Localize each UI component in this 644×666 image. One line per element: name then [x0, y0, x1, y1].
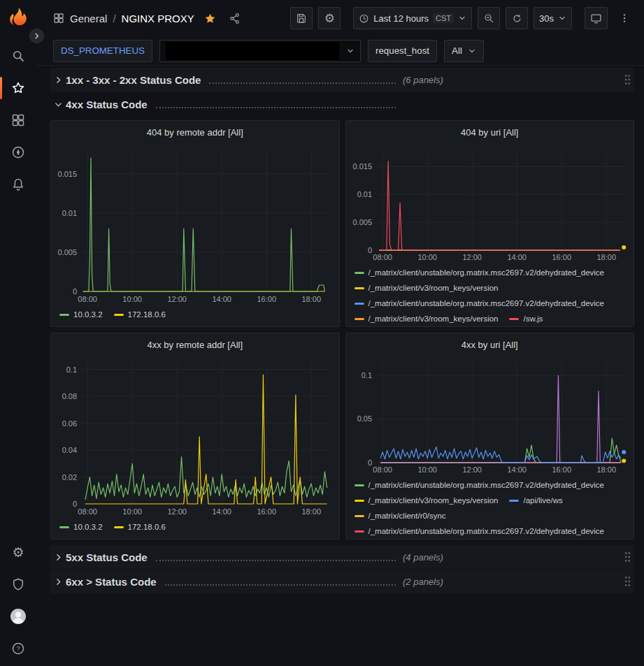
apps-icon [11, 113, 25, 127]
sidebar-expand-toggle[interactable] [29, 29, 44, 43]
panel-title[interactable]: 4xx by remote addr [All] [51, 333, 339, 356]
refresh-interval-label: 30s [539, 13, 554, 24]
row-toggle[interactable]: 4xx Status Code [66, 99, 403, 110]
datasource-variable[interactable]: DS_PROMETHEUS [53, 40, 152, 62]
zoom-out-button[interactable] [478, 7, 500, 29]
dotted-leader [209, 79, 396, 84]
row-title: 6xx > Status Code [66, 576, 157, 588]
legend-item[interactable]: /_matrix/client/v3/room_keys/version [355, 280, 499, 296]
timeseries-chart[interactable]: 08:0010:0012:0014:0016:0018:0000.050.1 [346, 356, 634, 476]
panel-title[interactable]: 404 by uri [All] [346, 121, 634, 143]
panel-404-by-remote-addr: 404 by remote addr [All] 08:0010:0012:00… [50, 120, 340, 327]
panel-title[interactable]: 4xx by uri [All] [346, 333, 634, 356]
sidebar-item-profile[interactable] [0, 600, 36, 632]
svg-text:0.02: 0.02 [62, 473, 77, 482]
row-title: 5xx Status Code [66, 551, 148, 563]
svg-text:14:00: 14:00 [507, 253, 527, 261]
refresh-button[interactable] [506, 7, 528, 29]
legend-item[interactable]: /_matrix/client/unstable/org.matrix.msc2… [355, 523, 605, 539]
legend-item[interactable]: /_matrix/client/unstable/org.matrix.msc2… [355, 296, 605, 311]
svg-text:0: 0 [367, 458, 371, 467]
request-host-label[interactable]: request_host [368, 40, 437, 62]
sidebar-item-search[interactable] [0, 40, 36, 72]
legend-series-swatch [355, 272, 364, 274]
legend-series-swatch [114, 526, 124, 528]
gear-icon: ⚙ [12, 546, 24, 559]
legend-item[interactable]: /_matrix/client/v3/room_keys/version [355, 493, 499, 508]
svg-text:08:00: 08:00 [78, 295, 97, 303]
dashboard-title[interactable]: NGINX PROXY [122, 13, 194, 24]
legend-item[interactable]: /_matrix/client/unstable/org.matrix.msc2… [355, 265, 605, 280]
refresh-interval-picker[interactable]: 30s [534, 7, 572, 29]
request-host-value-dropdown[interactable]: All [444, 40, 484, 62]
legend-series-label: 10.0.3.2 [73, 307, 103, 322]
timeseries-chart[interactable]: 08:0010:0012:0014:0016:0018:0000.020.040… [51, 356, 339, 518]
favorite-star-button[interactable] [204, 13, 216, 24]
chevron-right-icon[interactable] [50, 75, 66, 85]
sidebar-item-starred[interactable] [0, 72, 36, 104]
svg-text:18:00: 18:00 [301, 295, 321, 303]
sidebar-item-configuration[interactable]: ⚙ [0, 536, 36, 568]
share-dashboard-button[interactable] [229, 13, 241, 24]
legend-item[interactable]: /sw.js [509, 311, 543, 326]
bell-icon [11, 178, 25, 191]
grafana-app: ⚙ ? [0, 0, 644, 666]
row-panel-count: (2 panels) [403, 577, 443, 587]
row-drag-handle[interactable] [624, 576, 631, 588]
chevron-right-icon[interactable] [50, 553, 66, 562]
save-dashboard-button[interactable] [290, 7, 313, 29]
breadcrumb: General / NGINX PROXY [53, 13, 241, 24]
svg-text:10:00: 10:00 [417, 253, 437, 261]
legend-series-swatch [355, 287, 364, 289]
legend-item[interactable]: /_matrix/client/unstable/org.matrix.msc2… [355, 477, 605, 493]
legend-item[interactable]: 172.18.0.6 [114, 519, 166, 535]
variable-value-dropdown[interactable] [159, 40, 361, 62]
legend-item[interactable]: 10.0.3.2 [59, 307, 103, 322]
row-drag-handle[interactable] [624, 74, 631, 86]
svg-text:14:00: 14:00 [212, 295, 231, 303]
legend-series-swatch [355, 530, 364, 533]
svg-text:0.015: 0.015 [58, 170, 78, 178]
sidebar-item-alerting[interactable] [0, 168, 36, 201]
monitor-icon [590, 13, 602, 24]
tv-mode-button[interactable] [585, 7, 608, 29]
sidebar-bottom: ⚙ ? [0, 536, 36, 666]
sidebar-item-server-admin[interactable] [0, 568, 36, 600]
panel-legend: 10.0.3.2172.18.0.6 [51, 305, 339, 322]
main-area: General / NGINX PROXY [36, 0, 644, 666]
time-range-picker[interactable]: Last 12 hours CST [353, 7, 472, 29]
kebab-icon [619, 13, 630, 24]
timeseries-chart[interactable]: 08:0010:0012:0014:0016:0018:0000.0050.01… [346, 143, 634, 263]
dotted-leader [165, 581, 396, 586]
search-icon [11, 49, 25, 63]
grafana-logo[interactable] [6, 6, 30, 30]
sidebar-item-help[interactable]: ? [0, 632, 36, 665]
sidebar-item-explore[interactable] [0, 136, 36, 168]
panel-legend: /_matrix/client/unstable/org.matrix.msc2… [346, 263, 634, 326]
row-toggle[interactable]: 1xx - 3xx - 2xx Status Code [66, 74, 403, 86]
svg-text:12:00: 12:00 [462, 465, 482, 474]
more-options-button[interactable] [613, 7, 636, 29]
row-drag-handle[interactable] [624, 551, 631, 563]
legend-item[interactable]: /api/live/ws [509, 493, 562, 508]
timeseries-chart[interactable]: 08:0010:0012:0014:0016:0018:0000.0050.01… [51, 143, 339, 305]
svg-text:0.1: 0.1 [361, 371, 371, 379]
breadcrumb-folder[interactable]: General [70, 13, 107, 24]
legend-item[interactable]: /_matrix/client/r0/sync [355, 508, 446, 523]
chevron-down-icon[interactable] [50, 100, 66, 109]
legend-series-swatch [355, 515, 364, 517]
svg-text:10:00: 10:00 [122, 295, 142, 303]
chevron-down-icon [458, 14, 466, 22]
row-toggle[interactable]: 5xx Status Code [66, 551, 403, 563]
settings-gear-icon: ⚙ [324, 13, 335, 24]
legend-series-swatch [509, 318, 519, 320]
row-toggle[interactable]: 6xx > Status Code [66, 576, 403, 588]
panel-4xx-by-remote-addr: 4xx by remote addr [All] 08:0010:0012:00… [50, 333, 340, 540]
sidebar-item-dashboards[interactable] [0, 104, 36, 136]
legend-item[interactable]: 10.0.3.2 [59, 519, 103, 535]
legend-item[interactable]: 172.18.0.6 [114, 307, 166, 322]
panel-title[interactable]: 404 by remote addr [All] [51, 121, 339, 143]
legend-item[interactable]: /_matrix/client/v3/room_keys/version [355, 311, 499, 326]
dashboard-settings-button[interactable]: ⚙ [318, 7, 341, 29]
chevron-right-icon[interactable] [50, 577, 66, 586]
